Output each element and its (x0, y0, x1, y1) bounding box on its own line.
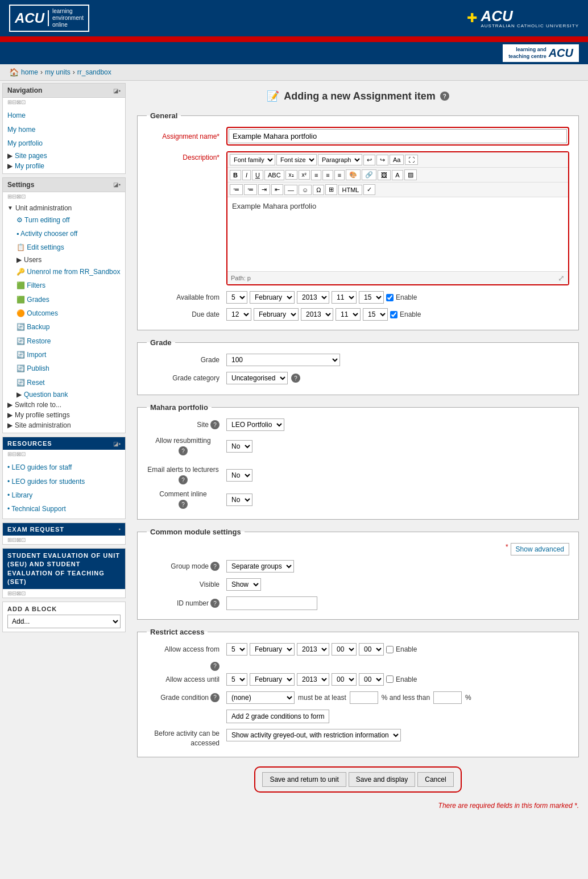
grade-select[interactable]: 100 (226, 354, 340, 366)
due-month-select[interactable]: February (254, 308, 299, 321)
switch-role-item[interactable]: ▶ Switch role to... (7, 400, 121, 410)
due-year-select[interactable]: 2013 (301, 308, 333, 321)
font-size-select[interactable]: Font size (276, 154, 317, 165)
bg-color-btn[interactable]: ▨ (404, 169, 417, 180)
help-icon-email[interactable]: ? (179, 475, 188, 484)
turn-editing-link[interactable]: ⚙ Turn editing off (7, 213, 121, 227)
visible-select[interactable]: Show (226, 578, 261, 591)
avail-from-min-select[interactable]: 15 (359, 291, 384, 304)
question-bank-link[interactable]: Question bank (24, 391, 68, 399)
italic-btn[interactable]: I (242, 170, 251, 180)
reset-link[interactable]: 🔄 Reset (7, 376, 121, 389)
restrict-until-hour[interactable]: 00 (332, 673, 357, 686)
outcomes-link[interactable]: 🟠 Outcomes (7, 306, 121, 320)
paragraph-select[interactable]: Paragraph (318, 154, 362, 165)
expand-btn[interactable]: ⛶ (405, 155, 418, 165)
due-min-select[interactable]: 15 (363, 308, 388, 321)
tech-support-link[interactable]: • Technical Support (7, 502, 121, 516)
align-left-btn[interactable]: ≡ (311, 170, 321, 180)
edit-settings-link[interactable]: 📋 Edit settings (7, 241, 121, 254)
due-day-select[interactable]: 12 (226, 308, 251, 321)
group-mode-select[interactable]: Separate groups (226, 560, 294, 573)
avail-from-enable-checkbox[interactable] (386, 294, 394, 301)
restrict-from-min[interactable]: 00 (359, 643, 384, 656)
table-btn[interactable]: ⊞ (325, 184, 337, 195)
grade-condition-min-input[interactable] (350, 691, 378, 704)
char-btn[interactable]: Aa (390, 155, 404, 165)
add-grade-btn[interactable]: Add 2 grade conditions to form (226, 710, 329, 723)
help-icon-site[interactable]: ? (210, 420, 220, 429)
restrict-until-day[interactable]: 5 (226, 673, 247, 686)
breadcrumb-my-units[interactable]: my units (45, 68, 71, 76)
show-advanced-btn[interactable]: Show advanced (511, 543, 569, 555)
align-center-btn[interactable]: ≡ (322, 170, 333, 180)
olist-btn[interactable]: ≔ (244, 184, 257, 195)
grade-condition-select[interactable]: (none) (226, 691, 295, 704)
restrict-until-year[interactable]: 2013 (297, 673, 329, 686)
nav-site-pages-link[interactable]: Site pages (15, 152, 47, 160)
link-btn[interactable]: 🔗 (362, 169, 376, 180)
breadcrumb-home[interactable]: home (21, 68, 38, 76)
avail-from-month-select[interactable]: February (250, 291, 295, 304)
avail-from-year-select[interactable]: 2013 (297, 291, 329, 304)
underline-btn[interactable]: U (252, 170, 263, 180)
help-icon-grade-category[interactable]: ? (291, 374, 300, 383)
nav-my-profile[interactable]: ▶ My profile (7, 161, 121, 171)
font-color-btn[interactable]: A (392, 170, 403, 180)
question-bank-item[interactable]: ▶ Question bank (7, 389, 121, 400)
restrict-from-month[interactable]: February (250, 643, 295, 656)
avail-from-day-select[interactable]: 5 (226, 291, 247, 304)
avail-from-hour-select[interactable]: 11 (332, 291, 357, 304)
help-icon-id[interactable]: ? (210, 599, 220, 608)
due-enable-checkbox[interactable] (390, 311, 397, 318)
help-icon-group[interactable]: ? (210, 562, 220, 571)
comment-inline-select[interactable]: No (226, 494, 252, 506)
paint-btn[interactable]: 🎨 (346, 169, 361, 180)
assignment-name-input[interactable] (229, 129, 567, 143)
spell-btn[interactable]: ✓ (363, 184, 375, 195)
users-item[interactable]: ▶ Users (7, 255, 121, 265)
outdent-btn[interactable]: ⇤ (271, 184, 283, 195)
nav-my-home[interactable]: My home (7, 123, 121, 136)
align-right-btn[interactable]: ≡ (334, 170, 345, 180)
help-icon-comment[interactable]: ? (179, 500, 188, 509)
indent-btn[interactable]: ⇥ (258, 184, 270, 195)
restrict-from-year[interactable]: 2013 (297, 643, 329, 656)
grades-link[interactable]: 🟩 Grades (7, 293, 121, 306)
due-hour-select[interactable]: 11 (336, 308, 361, 321)
restrict-until-enable[interactable] (386, 675, 394, 683)
nav-my-portfolio[interactable]: My portfolio (7, 136, 121, 150)
media-btn[interactable]: 🖼 (378, 170, 391, 180)
site-admin-item[interactable]: ▶ Site administration (7, 420, 121, 430)
id-number-input[interactable] (226, 596, 317, 610)
add-block-select[interactable]: Add... (7, 615, 121, 628)
breadcrumb-sandbox[interactable]: rr_sandbox (77, 68, 111, 76)
save-return-btn[interactable]: Save and return to unit (262, 772, 346, 787)
nav-home[interactable]: Home (7, 109, 121, 122)
unenrol-link[interactable]: 🔑 Unenrol me from RR_Sandbox (7, 265, 121, 279)
restrict-until-min[interactable]: 00 (359, 673, 384, 686)
font-family-select[interactable]: Font family (230, 154, 275, 165)
undo-btn[interactable]: ↩ (363, 155, 375, 165)
bold-btn[interactable]: B (230, 170, 241, 180)
list-btn[interactable]: ≔ (230, 184, 243, 195)
grade-condition-max-input[interactable] (433, 691, 462, 704)
library-link[interactable]: • Library (7, 488, 121, 502)
redo-btn[interactable]: ↪ (376, 155, 388, 165)
leo-students-link[interactable]: • LEO guides for students (7, 475, 121, 488)
superscript-btn[interactable]: x² (299, 170, 310, 180)
publish-link[interactable]: 🔄 Publish (7, 362, 121, 375)
filters-link[interactable]: 🟩 Filters (7, 279, 121, 292)
import-link[interactable]: 🔄 Import (7, 348, 121, 362)
emoticon-btn[interactable]: ☺ (299, 185, 312, 195)
activity-chooser-link[interactable]: ▪ Activity chooser off (7, 227, 121, 241)
help-icon-restrict-from[interactable]: ? (210, 662, 220, 671)
help-icon-resubmit[interactable]: ? (179, 446, 188, 455)
leo-staff-link[interactable]: • LEO guides for staff (7, 461, 121, 474)
hr-btn[interactable]: — (284, 185, 297, 195)
special-btn[interactable]: Ω (313, 185, 324, 195)
site-select[interactable]: LEO Portfolio (226, 418, 284, 431)
editor-area[interactable]: Example Mahara portfolio (227, 197, 568, 271)
html-btn[interactable]: HTML (338, 185, 362, 195)
restrict-from-enable[interactable] (386, 646, 394, 653)
